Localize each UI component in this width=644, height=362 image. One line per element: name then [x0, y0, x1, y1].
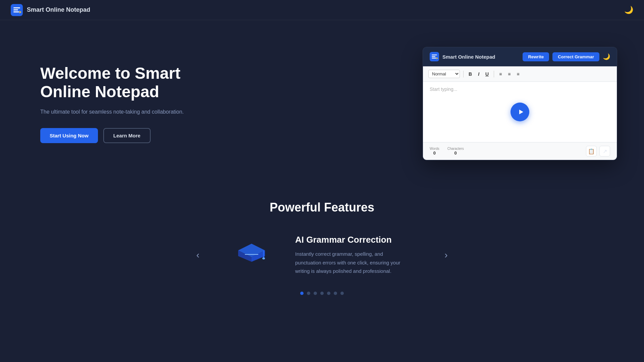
svg-rect-6 [432, 55, 437, 55]
unordered-list-button[interactable]: ≡ [506, 71, 512, 77]
copy-icon[interactable]: 📋 [586, 146, 597, 157]
app-logo-icon [11, 4, 23, 16]
carousel-dot-6[interactable] [340, 292, 344, 295]
correct-grammar-button[interactable]: Correct Grammar [552, 52, 599, 61]
feature-text: AI Grammar Correction Instantly correct … [295, 235, 409, 276]
ordered-list-button[interactable]: ≡ [497, 71, 503, 77]
hero-section: Welcome to Smart Online Notepad The ulti… [0, 20, 644, 180]
carousel-dot-4[interactable] [327, 292, 330, 295]
bold-button[interactable]: B [467, 71, 474, 77]
words-value: 0 [433, 150, 436, 156]
navbar: Smart Online Notepad 🌙 [0, 0, 644, 20]
svg-rect-7 [432, 56, 435, 57]
notepad-editor[interactable]: Start typing... [423, 82, 617, 142]
rewrite-button[interactable]: Rewrite [523, 52, 549, 61]
notepad-logo-icon [430, 52, 439, 61]
svg-rect-14 [263, 250, 264, 258]
feature-icon-wrap [235, 238, 268, 273]
hero-right: Smart Online Notepad Rewrite Correct Gra… [423, 47, 617, 160]
statusbar-action-icons: 📋 ↗ [586, 146, 610, 157]
play-button[interactable] [511, 103, 529, 121]
feature-name: AI Grammar Correction [295, 235, 409, 245]
hero-subtitle: The ultimate tool for seamless note-taki… [40, 108, 215, 116]
svg-rect-8 [432, 58, 436, 58]
notepad-preview: Smart Online Notepad Rewrite Correct Gra… [423, 47, 617, 160]
hero-buttons: Start Using Now Learn More [40, 128, 215, 143]
toolbar-separator-2 [494, 71, 494, 77]
dark-mode-toggle[interactable]: 🌙 [624, 6, 633, 14]
features-section: Powerful Features ‹ AI Grammar Correctio… [0, 180, 644, 322]
indent-button[interactable]: ≡ [515, 71, 521, 77]
carousel-next-button[interactable]: › [439, 248, 453, 262]
svg-rect-2 [13, 9, 18, 10]
italic-button[interactable]: I [476, 71, 481, 77]
statusbar-counts: Words 0 Characters 0 [430, 147, 464, 156]
format-select[interactable]: Normal Heading 1 Heading 2 [428, 70, 460, 78]
learn-more-button[interactable]: Learn More [103, 128, 151, 143]
features-title: Powerful Features [27, 200, 617, 215]
chars-value: 0 [454, 150, 457, 156]
feature-desc: Instantly correct grammar, spelling, and… [295, 250, 409, 276]
svg-rect-3 [13, 11, 19, 12]
editor-placeholder: Start typing... [430, 86, 457, 92]
char-count: Characters 0 [447, 147, 464, 156]
notepad-topbar-left: Smart Online Notepad [430, 52, 495, 61]
carousel-dot-1[interactable] [307, 292, 310, 295]
carousel-prev-button[interactable]: ‹ [191, 248, 205, 262]
notepad-toolbar: Normal Heading 1 Heading 2 B I U ≡ ≡ ≡ [423, 66, 617, 82]
notepad-statusbar: Words 0 Characters 0 📋 ↗ [423, 142, 617, 160]
underline-button[interactable]: U [484, 71, 490, 77]
ai-grammar-icon [235, 238, 268, 271]
carousel-dot-0[interactable] [300, 292, 304, 295]
toolbar-separator [463, 71, 464, 77]
svg-rect-1 [13, 7, 20, 8]
word-count: Words 0 [430, 147, 439, 156]
svg-point-15 [262, 257, 265, 259]
features-carousel: ‹ AI Grammar Correction Instantly correc… [27, 235, 617, 276]
start-using-now-button[interactable]: Start Using Now [40, 128, 98, 143]
carousel-dot-5[interactable] [334, 292, 337, 295]
carousel-dot-3[interactable] [320, 292, 324, 295]
hero-title: Welcome to Smart Online Notepad [40, 64, 215, 101]
notepad-topbar: Smart Online Notepad Rewrite Correct Gra… [423, 47, 617, 66]
carousel-content: AI Grammar Correction Instantly correct … [205, 235, 439, 276]
nav-title: Smart Online Notepad [27, 6, 90, 13]
chars-label: Characters [447, 147, 464, 150]
notepad-dark-mode-icon[interactable]: 🌙 [603, 53, 610, 60]
svg-marker-10 [519, 110, 523, 114]
words-label: Words [430, 147, 439, 150]
carousel-dot-2[interactable] [314, 292, 317, 295]
export-icon[interactable]: ↗ [599, 146, 610, 157]
nav-left: Smart Online Notepad [11, 4, 90, 16]
notepad-app-title: Smart Online Notepad [442, 54, 495, 60]
hero-left: Welcome to Smart Online Notepad The ulti… [40, 64, 215, 143]
notepad-topbar-right: Rewrite Correct Grammar 🌙 [523, 52, 610, 61]
carousel-dots [27, 292, 617, 295]
